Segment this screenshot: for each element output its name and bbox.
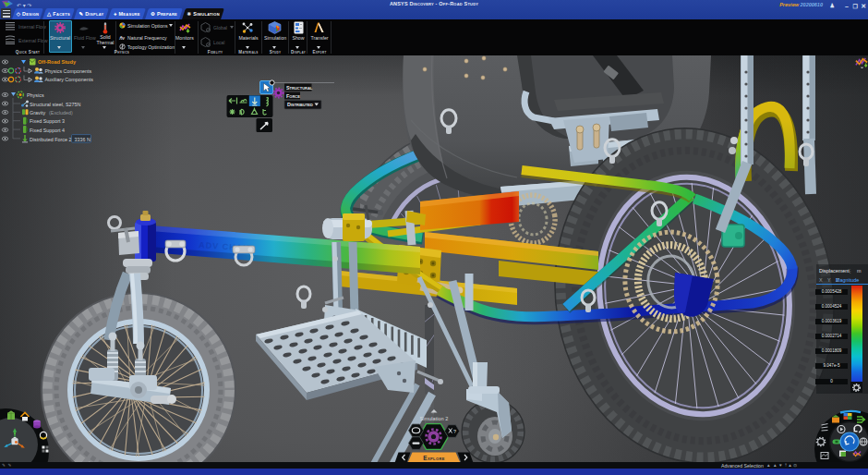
svg-text:Auxiliary Components: Auxiliary Components (45, 77, 94, 82)
svg-text:Fixed Support 4: Fixed Support 4 (30, 128, 65, 133)
svg-text:Gravity: Gravity (30, 110, 45, 116)
svg-text:?: ? (453, 429, 456, 434)
svg-text:Structural: Structural (286, 85, 313, 91)
svg-text:Force: Force (286, 93, 300, 99)
svg-text:Distributed: Distributed (287, 102, 313, 107)
svg-text:Off-Road Study: Off-Road Study (38, 59, 77, 65)
svg-text:Physics Components: Physics Components (45, 68, 92, 74)
svg-text:Simulation 2: Simulation 2 (420, 416, 449, 421)
svg-text:Distributed Force 2: Distributed Force 2 (30, 137, 72, 142)
svg-text:(Excluded): (Excluded) (49, 110, 73, 116)
svg-text:Fixed Support 3: Fixed Support 3 (30, 118, 65, 124)
svg-text:3336 N: 3336 N (75, 137, 90, 142)
svg-text:Structural steel, S275N: Structural steel, S275N (30, 102, 81, 107)
svg-text:Physics: Physics (27, 92, 44, 98)
svg-text:Explore: Explore (423, 455, 445, 461)
